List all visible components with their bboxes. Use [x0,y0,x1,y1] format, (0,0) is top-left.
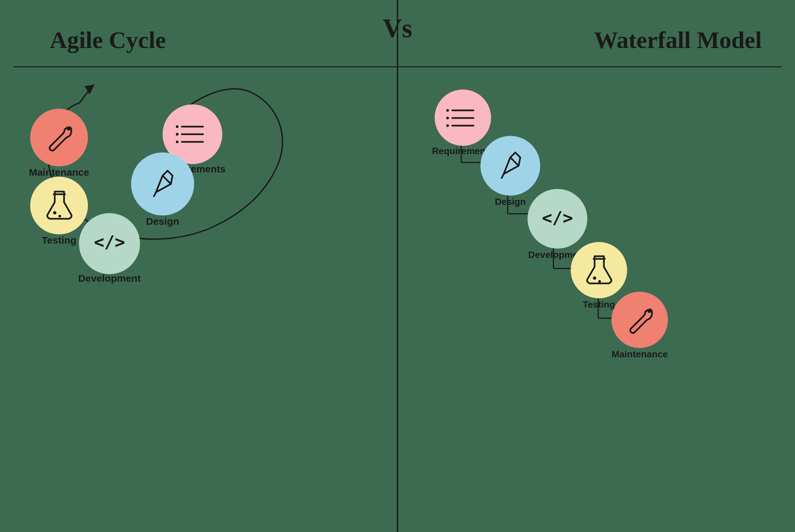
svg-text:Requirements: Requirements [159,164,225,174]
svg-text:</>: </> [542,208,573,228]
agile-title: Agile Cycle [50,26,166,54]
main-container: Vs Agile Cycle Waterfall Model [0,0,795,532]
svg-point-42 [446,124,449,127]
svg-point-33 [30,109,88,166]
svg-point-36 [435,90,491,146]
waterfall-title: Waterfall Model [594,26,762,54]
svg-point-41 [446,117,449,119]
svg-point-53 [598,280,601,283]
svg-point-52 [593,277,596,280]
svg-line-45 [502,174,504,178]
svg-text:Maintenance: Maintenance [612,349,668,359]
svg-point-18 [176,125,179,128]
vs-label: Vs [383,13,412,43]
svg-text:</>: </> [94,232,125,252]
svg-point-34 [67,127,71,131]
svg-marker-0 [85,84,94,94]
svg-point-25 [79,213,140,274]
svg-point-50 [571,242,627,298]
svg-point-20 [176,140,179,143]
svg-point-44 [481,136,540,195]
svg-marker-3 [481,159,488,166]
svg-marker-6 [529,210,536,217]
svg-point-30 [53,211,56,214]
svg-text:Design: Design [495,196,526,207]
svg-marker-12 [615,315,621,322]
svg-text:Testing: Testing [583,299,615,309]
svg-point-31 [58,215,61,217]
svg-text:Maintenance: Maintenance [29,167,89,178]
svg-point-40 [446,109,449,112]
svg-text:Design: Design [146,216,179,227]
svg-point-28 [30,177,88,234]
svg-marker-9 [572,265,579,272]
svg-point-56 [647,309,651,313]
svg-point-55 [612,292,668,348]
svg-point-47 [528,189,587,249]
svg-line-23 [154,192,156,196]
horizontal-line [13,66,782,67]
svg-point-19 [176,133,179,136]
svg-text:Development: Development [528,250,586,260]
svg-point-13 [163,104,222,164]
svg-text:Development: Development [78,273,141,284]
svg-text:Requirements: Requirements [432,146,494,156]
svg-point-22 [131,152,194,215]
vertical-divider [397,0,398,532]
svg-text:Testing: Testing [42,235,76,246]
